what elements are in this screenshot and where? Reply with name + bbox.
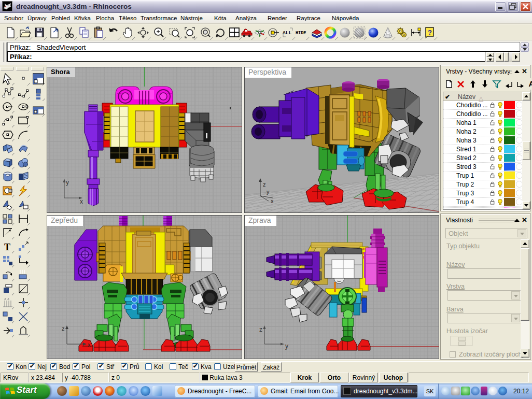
svg-text:z: z bbox=[259, 326, 262, 333]
svg-text:x: x bbox=[80, 198, 83, 205]
svg-text:HIDE: HIDE bbox=[296, 31, 306, 36]
svg-text:T: T bbox=[4, 242, 10, 252]
svg-text:y: y bbox=[267, 189, 270, 195]
svg-text:x: x bbox=[88, 341, 91, 348]
svg-text:z: z bbox=[62, 325, 65, 332]
svg-text:z: z bbox=[263, 181, 266, 188]
svg-text:y: y bbox=[66, 179, 69, 186]
svg-text:?: ? bbox=[428, 28, 432, 36]
svg-text:x: x bbox=[271, 198, 274, 204]
svg-text:ALL: ALL bbox=[283, 30, 291, 36]
svg-text:y: y bbox=[285, 343, 288, 350]
